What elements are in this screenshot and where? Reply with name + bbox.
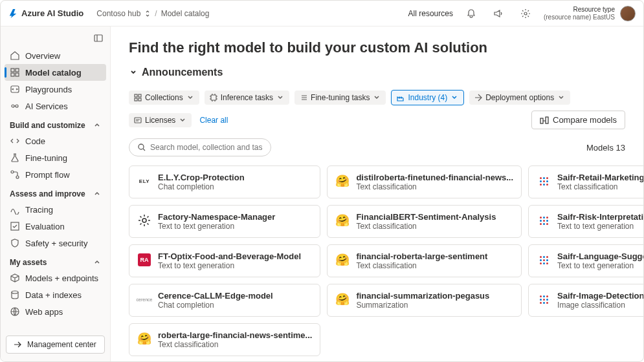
huggingface-icon: 🤗: [335, 215, 350, 226]
svg-rect-19: [135, 118, 141, 123]
filter-inference-tasks[interactable]: Inference tasks: [205, 90, 289, 105]
chevron-down-icon: [179, 116, 186, 124]
filter-collections[interactable]: Collections: [129, 90, 199, 105]
breadcrumb-page[interactable]: Model catalog: [161, 9, 210, 18]
sidebar-item-overview[interactable]: Overview: [5, 47, 106, 64]
ely-icon: ELY: [139, 178, 150, 184]
brand[interactable]: Azure AI Studio: [8, 8, 83, 18]
saifr-icon: [540, 177, 548, 186]
model-card[interactable]: 🤗financial-roberta-large-sentimentText c…: [327, 244, 522, 277]
svg-rect-20: [540, 118, 543, 123]
model-title: Saifr-Risk-Interpretation: [557, 212, 643, 222]
model-card[interactable]: 🤗roberta-large-financial-news-sentime...…: [129, 323, 320, 356]
breadcrumb-hub[interactable]: Contoso hub: [96, 9, 140, 18]
announce-icon[interactable]: [489, 5, 507, 23]
filter-deployment-options[interactable]: Deployment options: [469, 90, 570, 105]
chevron-down-icon: [276, 94, 284, 101]
model-subtitle: Summarization: [356, 301, 513, 310]
trace-icon: [10, 204, 20, 215]
avatar[interactable]: [620, 6, 636, 21]
sidebar-item-models-endpoints[interactable]: Models + endpoints: [5, 270, 106, 286]
flask-icon: [10, 153, 20, 163]
all-resources-link[interactable]: All resources: [408, 9, 453, 18]
huggingface-icon: 🤗: [335, 254, 350, 266]
sidebar-item-playgrounds[interactable]: Playgrounds: [5, 81, 106, 98]
svg-rect-1: [94, 35, 102, 41]
sidebar-item-safety-security[interactable]: Safety + security: [5, 235, 106, 251]
svg-point-9: [11, 171, 14, 173]
chevron-down-icon: [450, 94, 458, 101]
main-content: Find the right model to build your custo…: [111, 27, 643, 361]
sidebar-item-model-catalog[interactable]: Model catalog: [5, 64, 106, 81]
model-subtitle: Text classification: [158, 340, 312, 349]
svg-rect-17: [139, 98, 141, 101]
collapse-sidebar-button[interactable]: [5, 32, 106, 47]
model-card[interactable]: Saifr-Language-SuggestionText to text ge…: [528, 244, 643, 277]
cube-icon: [10, 273, 20, 283]
sidebar-item-data-indexes[interactable]: Data + indexes: [5, 286, 106, 303]
model-card[interactable]: 🤗distilroberta-finetuned-financial-news.…: [327, 165, 522, 198]
model-title: FT-Optix-Food-and-Beverage-Model: [158, 251, 312, 261]
rockwell-icon: RA: [138, 253, 151, 266]
section-assess[interactable]: Assess and improve: [5, 183, 106, 201]
management-center-button[interactable]: Management center: [6, 335, 105, 354]
model-title: financial-roberta-large-sentiment: [356, 251, 513, 261]
sidebar-item-code[interactable]: Code: [5, 133, 106, 149]
deploy-icon: [474, 94, 482, 101]
model-card[interactable]: cerenceCerence-CaLLM-Edge-modelChat comp…: [129, 284, 320, 317]
compare-models-button[interactable]: Compare models: [531, 111, 625, 129]
resource-info[interactable]: Resource type (resource name) EastUS: [544, 6, 636, 21]
eval-icon: [10, 221, 20, 231]
sidebar-item-evaluation[interactable]: Evaluation: [5, 218, 106, 235]
huggingface-icon: 🤗: [335, 175, 350, 187]
model-card[interactable]: Factory-Namespace-ManagerText to text ge…: [129, 205, 320, 238]
home-icon: [10, 50, 20, 61]
sidebar-item-tracing[interactable]: Tracing: [5, 201, 106, 218]
sidebar-item-ai-services[interactable]: AI Services: [5, 98, 106, 114]
model-card[interactable]: RAFT-Optix-Food-and-Beverage-ModelText t…: [129, 244, 320, 277]
huggingface-icon: 🤗: [335, 293, 350, 305]
settings-icon[interactable]: [516, 5, 535, 23]
svg-rect-21: [546, 117, 548, 123]
clear-all-link[interactable]: Clear all: [199, 116, 228, 125]
filter-fine-tuning-tasks[interactable]: Fine-tuning tasks: [294, 90, 386, 105]
grid-icon: [134, 94, 142, 101]
model-title: Cerence-CaLLM-Edge-model: [158, 291, 312, 301]
filter-industry-[interactable]: Industry (4): [391, 90, 464, 105]
model-card[interactable]: 🤗financial-summarization-pegasusSummariz…: [327, 284, 522, 317]
model-card[interactable]: Saifr-Retail-Marketing-ComplianceText cl…: [528, 165, 643, 198]
search-box[interactable]: [129, 138, 271, 156]
filter-licenses[interactable]: Licenses: [129, 113, 192, 127]
gear-icon: [137, 213, 151, 228]
resource-name-label: (resource name) EastUS: [544, 14, 615, 21]
chevron-up-icon: [93, 190, 101, 198]
flow-icon: [10, 169, 20, 180]
saifr-icon: [540, 256, 548, 264]
sidebar-item-prompt-flow[interactable]: Prompt flow: [5, 166, 106, 183]
svg-point-7: [12, 105, 14, 107]
notifications-icon[interactable]: [462, 5, 480, 23]
model-subtitle: Text classification: [356, 182, 513, 191]
breadcrumb-separator: /: [155, 9, 157, 18]
data-icon: [10, 290, 20, 300]
section-build[interactable]: Build and customize: [5, 114, 106, 133]
code-icon: [10, 136, 20, 146]
sidebar-item-fine-tuning[interactable]: Fine-tuning: [5, 149, 106, 166]
model-subtitle: Image classification: [557, 301, 643, 310]
sidebar: OverviewModel catalogPlaygroundsAI Servi…: [1, 27, 111, 361]
model-card[interactable]: ELYE.L.Y.Crop-ProtectionChat completion: [129, 165, 320, 198]
sidebar-item-web-apps[interactable]: Web apps: [5, 303, 106, 320]
page-title: Find the right model to build your custo…: [129, 39, 625, 56]
model-card[interactable]: Saifr-Risk-InterpretationText to text ge…: [528, 205, 643, 238]
model-title: E.L.Y.Crop-Protection: [158, 173, 312, 182]
model-title: Saifr-Language-Suggestion: [557, 251, 643, 261]
section-assets[interactable]: My assets: [5, 251, 106, 270]
announcements-toggle[interactable]: Announcements: [129, 67, 625, 78]
search-input[interactable]: [150, 143, 263, 152]
model-title: Factory-Namespace-Manager: [158, 212, 312, 222]
model-card[interactable]: 🤗FinancialBERT-Sentiment-AnalysisText cl…: [327, 205, 522, 238]
svg-point-12: [12, 291, 18, 293]
search-icon: [137, 143, 146, 152]
model-card[interactable]: Saifr-Image-DetectionImage classificatio…: [528, 284, 643, 317]
model-subtitle: Text to text generation: [557, 222, 643, 231]
